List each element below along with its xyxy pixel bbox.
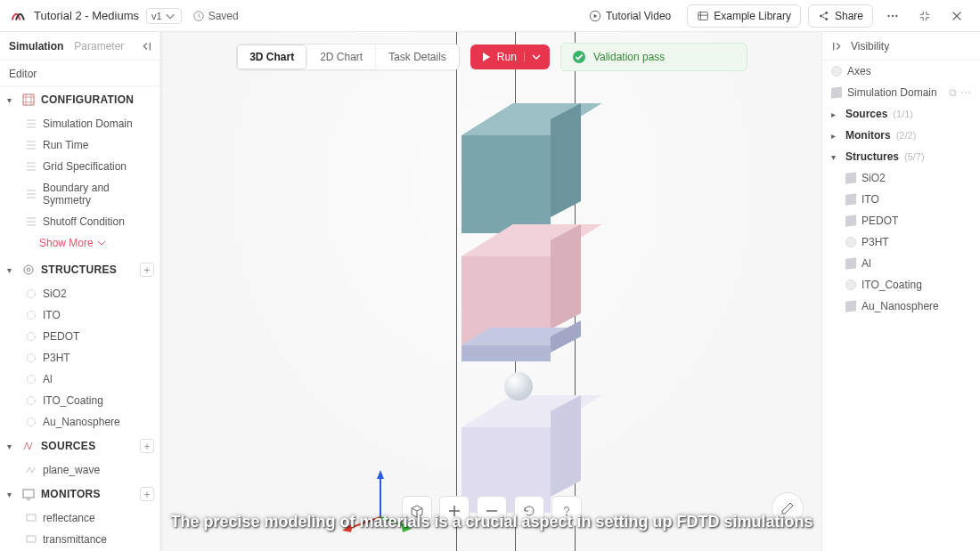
validation-status: Validation pass — [560, 43, 747, 71]
svg-point-13 — [28, 312, 36, 320]
left-scrollbar[interactable] — [159, 32, 161, 551]
item-p3ht[interactable]: P3HT — [0, 347, 161, 369]
add-monitor-button[interactable]: ＋ — [140, 487, 154, 501]
item-simulation-domain[interactable]: Simulation Domain — [0, 113, 161, 134]
more-menu-button[interactable] — [880, 5, 905, 27]
zoom-in-button[interactable] — [439, 496, 470, 526]
tab-task-details[interactable]: Task Details — [376, 45, 459, 69]
structure-icon — [25, 330, 37, 343]
chevron-down-icon — [532, 53, 541, 61]
structure-icon — [25, 352, 37, 364]
vis-au-nanosphere[interactable]: Au_Nanosphere — [822, 296, 980, 317]
saved-status: Saved — [192, 10, 239, 22]
vis-simulation-domain[interactable]: Simulation Domain ⧉⋯ — [822, 82, 980, 103]
plus-icon — [447, 504, 461, 518]
item-au-nanosphere[interactable]: Au_Nanosphere — [0, 411, 161, 433]
item-plane-wave[interactable]: plane_wave — [0, 459, 161, 481]
group-monitors[interactable]: ▾ MONITORS ＋ — [0, 481, 161, 507]
left-panel: Simulation Parameter Editor ▾ CONFIGURAT… — [0, 32, 162, 551]
chevron-down-icon: ▾ — [7, 265, 16, 275]
close-button[interactable] — [944, 5, 969, 27]
item-shutoff-condition[interactable]: Shutoff Condition — [0, 211, 161, 232]
tab-parameter[interactable]: Parameter — [74, 40, 124, 53]
chevron-down-icon: ▾ — [831, 152, 840, 162]
viewport-3d[interactable]: 3D Chart 2D Chart Task Details Run Valid… — [162, 32, 821, 551]
vis-structures[interactable]: ▾Structures(5/7) — [822, 146, 980, 167]
item-sio2[interactable]: SiO2 — [0, 283, 161, 304]
view-mode-tabs: 3D Chart 2D Chart Task Details — [236, 44, 460, 70]
example-library-label: Example Library — [714, 10, 791, 22]
fullscreen-toggle-button[interactable] — [912, 5, 937, 27]
source-icon — [25, 464, 37, 476]
help-icon — [559, 504, 574, 518]
item-grid-specification[interactable]: Grid Specification — [0, 156, 161, 177]
item-transmittance[interactable]: transmittance — [0, 529, 161, 550]
item-boundary-symmetry[interactable]: Boundary and Symmetry — [0, 177, 161, 211]
share-button[interactable]: Share — [808, 4, 873, 28]
vis-sio2[interactable]: SiO2 — [822, 167, 980, 189]
structure-nanosphere — [504, 372, 533, 401]
domain-edge-line — [456, 32, 457, 551]
viewport-tools — [402, 496, 582, 526]
svg-point-18 — [28, 418, 36, 426]
svg-point-6 — [887, 14, 889, 16]
svg-point-29 — [566, 515, 568, 516]
show-more-button[interactable]: Show More — [0, 232, 161, 256]
edit-fab-button[interactable] — [772, 492, 804, 524]
tab-2d-chart[interactable]: 2D Chart — [307, 45, 376, 69]
item-reflectance[interactable]: reflectance — [0, 507, 161, 529]
vis-pedot[interactable]: PEDOT — [822, 210, 980, 231]
cube-icon — [845, 172, 856, 184]
simulation-tree: ▾ CONFIGURATION Simulation Domain Run Ti… — [0, 86, 161, 551]
vis-ito[interactable]: ITO — [822, 189, 980, 210]
chevron-left-bar-icon — [140, 40, 152, 53]
svg-line-24 — [347, 517, 380, 529]
version-selector[interactable]: v1 — [146, 8, 182, 24]
configuration-icon — [21, 93, 36, 107]
chevron-right-icon: ▸ — [831, 131, 840, 141]
item-ito-coating[interactable]: ITO_Coating — [0, 390, 161, 411]
item-pedot[interactable]: PEDOT — [0, 326, 161, 347]
cube-icon — [831, 86, 842, 99]
expand-right-panel-button[interactable] — [831, 40, 844, 53]
vis-axes[interactable]: Axes — [822, 61, 980, 82]
run-dropdown-toggle[interactable] — [524, 53, 541, 61]
group-sources[interactable]: ▾ SOURCES ＋ — [0, 433, 161, 459]
refresh-icon — [522, 504, 536, 518]
run-button[interactable]: Run — [470, 45, 550, 69]
visibility-dot-icon — [845, 280, 856, 290]
share-label: Share — [835, 10, 863, 22]
vis-sources[interactable]: ▸Sources(1/1) — [822, 103, 980, 125]
monitor-icon — [25, 512, 37, 524]
clock-icon — [192, 10, 205, 22]
reset-view-button[interactable] — [514, 496, 544, 526]
item-al[interactable]: Al — [0, 369, 161, 390]
tab-3d-chart[interactable]: 3D Chart — [237, 45, 307, 69]
tutorial-video-button[interactable]: Tutorial Video — [580, 5, 680, 27]
structure-block-sio2 — [461, 135, 551, 233]
example-library-button[interactable]: Example Library — [687, 4, 801, 28]
tab-simulation[interactable]: Simulation — [9, 40, 63, 53]
left-panel-tabs: Simulation Parameter — [0, 32, 161, 61]
item-ito[interactable]: ITO — [0, 304, 161, 326]
item-run-time[interactable]: Run Time — [0, 134, 161, 156]
editor-section-label: Editor — [0, 61, 161, 86]
vis-al[interactable]: Al — [822, 253, 980, 274]
view-cube-button[interactable] — [402, 496, 432, 526]
add-source-button[interactable]: ＋ — [140, 439, 154, 453]
collapse-icon — [919, 10, 931, 22]
vis-monitors[interactable]: ▸Monitors(2/2) — [822, 125, 980, 146]
group-configuration[interactable]: ▾ CONFIGURATION — [0, 86, 161, 113]
help-button[interactable] — [551, 496, 582, 526]
vis-ito-coating[interactable]: ITO_Coating — [822, 274, 980, 296]
add-structure-button[interactable]: ＋ — [140, 263, 154, 277]
svg-rect-19 — [23, 490, 34, 498]
zoom-out-button[interactable] — [477, 496, 507, 526]
link-icon[interactable]: ⧉ — [949, 86, 957, 99]
cube-icon — [409, 503, 425, 519]
vis-p3ht[interactable]: P3HT — [822, 231, 980, 253]
svg-point-11 — [27, 268, 30, 271]
group-structures[interactable]: ▾ STRUCTURES ＋ — [0, 256, 161, 283]
ellipsis-icon[interactable]: ⋯ — [960, 86, 971, 99]
collapse-left-panel-button[interactable] — [140, 40, 152, 53]
